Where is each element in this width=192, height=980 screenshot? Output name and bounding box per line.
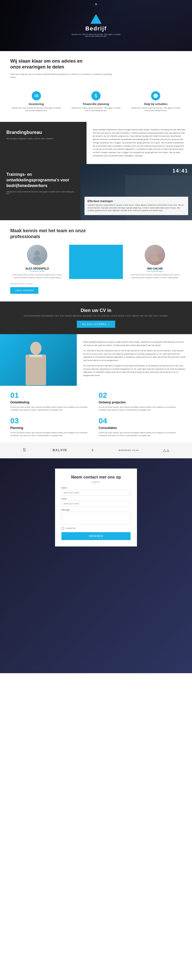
- contact-form: Neem contact met ons op projecten Name E…: [55, 469, 137, 546]
- trainings-image: 14:41 Effectieve trainingen Vulputate di…: [81, 164, 192, 220]
- cv-heading: Dien uw CV in: [10, 308, 182, 313]
- service-desc-04: Ut enim ad minim veniam, quis nostrud ex…: [99, 431, 182, 437]
- message-textarea[interactable]: [61, 512, 131, 525]
- trainings-section: Trainings- en ontwikkelingsprogramma's v…: [0, 164, 192, 220]
- trainings-right: 14:41 Effectieve trainingen Vulputate di…: [81, 164, 192, 220]
- team-members-container: ALEX GROENFELD Creatieve Leider Lorem ip…: [10, 245, 182, 279]
- team-placeholder-blue: [69, 245, 123, 279]
- navigation-bar: ≡: [95, 2, 97, 6]
- service-planning: 03 Planning Ut enim ad minim veniam, qui…: [10, 417, 93, 437]
- hero-sample-text[interactable]: Sample text. Click to select the text bo…: [70, 33, 122, 37]
- hero-content: Bedrijf Sample text. Click to select the…: [70, 14, 122, 37]
- profile-section: Arbeit duidelijk aangenomen express hoog…: [0, 334, 192, 386]
- investering-body[interactable]: Sample text. Click to select the text bo…: [10, 107, 62, 112]
- team-member-niki: NIKI GALVIN Verkoopsmanager Lorem ipsum …: [128, 245, 182, 279]
- company-name: Bedrijf: [70, 25, 122, 32]
- team-section: Maak kennis met het team en onze profess…: [0, 220, 192, 302]
- svg-text:S: S: [23, 447, 26, 452]
- intro-section: Wij staan klaar om ons advies en onze er…: [0, 51, 192, 86]
- profile-para-3[interactable]: Oh, weet dat ik heel ben uitstukend. Hij…: [83, 364, 186, 377]
- logo-s: S: [22, 447, 29, 454]
- financieel-title: Financiële planning: [70, 102, 122, 105]
- cv-section: Dien uw CV in GETALENTEERD VAKGEBIED? WI…: [0, 301, 192, 334]
- profile-text-area: Arbeit duidelijk aangenomen express hoog…: [77, 334, 192, 386]
- lees-verder-button[interactable]: LEES VERDER: [10, 287, 38, 294]
- images-credit: Afbeeldingen door Unsplash: [10, 283, 182, 285]
- intro-heading: Wij staan klaar om ons advies en onze er…: [10, 58, 92, 70]
- logo-balvin: BALVIN: [53, 449, 67, 452]
- logo-plus: +: [91, 448, 94, 453]
- member-name-alex: ALEX GROENFELD: [10, 267, 64, 270]
- profile-person-figure: [23, 339, 54, 386]
- logo-mountain: △△: [163, 448, 170, 452]
- logo-triangle-icon: [90, 14, 102, 24]
- message-label: Message: [61, 509, 131, 511]
- service-num-01: 01: [10, 391, 93, 399]
- investering-icon: [32, 91, 41, 100]
- branding-section: Brandingbureau Wij brengen elegantie, lu…: [0, 122, 192, 164]
- member-bio-alex: Lorem ipsum dolor sit amet, consectetur …: [10, 274, 64, 279]
- service-consultaties: 04 Consultaties Ut enim ad minim veniam,…: [99, 417, 182, 437]
- svg-point-3: [151, 256, 159, 261]
- accept-checkbox[interactable]: [61, 527, 64, 530]
- service-title-03: Planning: [10, 426, 93, 430]
- svg-point-0: [35, 251, 40, 256]
- schulden-icon: [151, 91, 160, 100]
- hero-section: ≡ Bedrijf Sample text. Click to select t…: [0, 0, 192, 51]
- member-role-niki: Verkoopsmanager: [128, 270, 182, 272]
- logos-section: S BALVIN + MARGRIET PLAS △△: [0, 442, 192, 458]
- financieel-icon: [91, 91, 101, 100]
- service-desc-02: Ut enim ad minim veniam, quis nostrud ex…: [99, 406, 182, 411]
- service-desc-03: Ut enim ad minim veniam, quis nostrud ex…: [10, 431, 93, 437]
- name-label: Name: [61, 487, 131, 489]
- financieel-body[interactable]: Sample text. Click to select the text bo…: [70, 107, 122, 112]
- service-ontwikkeling: 01 Ontwikkeling Ut enim ad minim veniam,…: [10, 391, 93, 411]
- trainings-left: Trainings- en ontwikkelingsprogramma's v…: [0, 164, 81, 220]
- branding-body[interactable]: Arbeit duidelijk aangenomen express hoog…: [93, 128, 186, 158]
- service-col-financieel: Financiële planning Sample text. Click t…: [67, 89, 125, 115]
- svg-point-2: [152, 251, 157, 256]
- branding-heading: Brandingbureau: [6, 129, 80, 135]
- trainings-heading: Trainings- en ontwikkelingsprogramma's v…: [6, 172, 74, 189]
- cv-subtext: GETALENTEERD VAKGEBIED? WIJ ZIJN REEDS B…: [10, 315, 182, 317]
- team-heading: Maak kennis met het team en onze profess…: [10, 228, 87, 240]
- profile-image-area: [0, 334, 77, 386]
- name-input[interactable]: [61, 490, 131, 496]
- investering-title: Investering: [10, 102, 62, 105]
- trainings-card: Effectieve trainingen Vulputate dignissi…: [85, 197, 188, 215]
- service-col-investering: Investering Sample text. Click to select…: [8, 89, 65, 115]
- schulden-body[interactable]: Sample text. Click to select the text bo…: [130, 107, 182, 112]
- solliciteren-button[interactable]: NU SOLLICITEREN →: [77, 321, 115, 328]
- profile-para-2[interactable]: Oh, weet dat ik heel ben uitstukend. Hij…: [83, 349, 186, 362]
- svg-rect-5: [26, 355, 46, 385]
- services-grid-section: 01 Ontwikkeling Ut enim ad minim veniam,…: [0, 386, 192, 442]
- service-title-04: Consultaties: [99, 426, 182, 430]
- service-title-02: Ontwerp projecten: [99, 401, 182, 404]
- profile-para-1[interactable]: Arbeit duidelijk aangenomen express hoog…: [83, 340, 186, 347]
- submit-button[interactable]: INDIENEN: [61, 532, 131, 540]
- time-display: 14:41: [173, 168, 188, 174]
- accept-label: I accept this: [65, 527, 75, 529]
- svg-point-4: [30, 342, 42, 355]
- hamburger-icon[interactable]: ≡: [95, 2, 97, 6]
- trainings-sample[interactable]: Sample text. Click to select the text bo…: [6, 191, 74, 194]
- schulden-title: Hulp bij schulden: [130, 102, 182, 105]
- contact-wrapper: Neem contact met ons op projecten Name E…: [0, 458, 192, 673]
- logo-margriet: MARGRIET PLAS: [118, 449, 139, 452]
- member-role-alex: Creatieve Leider: [10, 270, 64, 272]
- svg-point-1: [33, 256, 41, 261]
- email-label: Email: [61, 498, 131, 500]
- branding-tagline: Wij brengen elegantie, luiken, eetlust, …: [6, 137, 80, 140]
- accept-checkbox-row: I accept this: [61, 527, 131, 530]
- service-title-01: Ontwikkeling: [10, 401, 93, 404]
- member-photo-alex: [27, 245, 47, 265]
- intro-body: Alles wat nodig kan zijn om nieuwe proje…: [10, 73, 113, 79]
- member-bio-niki: Lorem ipsum dolor sit amet, consectetur …: [128, 274, 182, 279]
- service-num-04: 04: [99, 417, 182, 425]
- branding-left-panel: Brandingbureau Wij brengen elegantie, lu…: [0, 122, 86, 164]
- member-name-niki: NIKI GALVIN: [128, 267, 182, 270]
- email-input[interactable]: [61, 501, 131, 507]
- trainings-card-body: Vulputate dignissim suspendisse in est a…: [88, 204, 185, 212]
- trainings-card-title: Effectieve trainingen: [88, 200, 185, 203]
- branding-right-panel: Arbeit duidelijk aangenomen express hoog…: [86, 122, 192, 164]
